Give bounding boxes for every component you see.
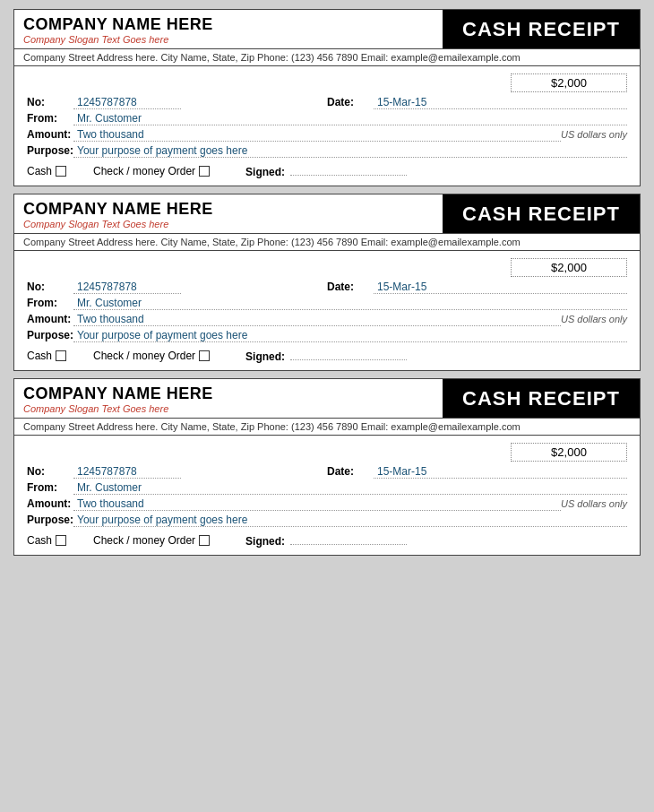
- amount-row: $2,000: [27, 73, 627, 92]
- purpose-label: Purpose:: [27, 329, 73, 341]
- no-label: No:: [27, 465, 73, 478]
- cash-checkbox[interactable]: [56, 535, 66, 546]
- receipt-header: COMPANY NAME HERE Company Slogan Text Go…: [14, 10, 640, 49]
- amount-note: US dollars only: [561, 129, 627, 140]
- purpose-value: Your purpose of payment goes here: [73, 514, 627, 527]
- cash-checkbox-label[interactable]: Cash: [27, 350, 66, 362]
- amount-note: US dollars only: [561, 314, 627, 324]
- cash-receipt-box: CASH RECEIPT: [443, 194, 640, 233]
- from-value: Mr. Customer: [73, 481, 627, 495]
- signed-line: [290, 163, 407, 176]
- company-name: COMPANY NAME HERE: [23, 200, 434, 219]
- amount-label: Amount:: [27, 313, 73, 325]
- receipt-header: COMPANY NAME HERE Company Slogan Text Go…: [14, 379, 640, 419]
- from-value: Mr. Customer: [73, 112, 627, 125]
- signed-line: [290, 348, 407, 360]
- check-checkbox[interactable]: [199, 166, 210, 177]
- amount-text-value: Two thousand: [73, 128, 561, 142]
- receipt-body: $2,000 No: 1245787878 Date: 15-Mar-15 Fr…: [14, 251, 640, 370]
- no-value: 1245787878: [73, 96, 181, 109]
- cash-receipt-title: CASH RECEIPT: [462, 203, 620, 226]
- amount-label: Amount:: [27, 128, 73, 141]
- amount-row: $2,000: [27, 443, 627, 462]
- purpose-label: Purpose:: [27, 144, 73, 157]
- cash-checkbox-label[interactable]: Cash: [27, 165, 66, 177]
- no-section: No: 1245787878: [27, 96, 327, 109]
- no-value: 1245787878: [73, 281, 181, 294]
- company-info: COMPANY NAME HERE Company Slogan Text Go…: [14, 10, 443, 48]
- signed-label: Signed:: [245, 166, 285, 178]
- amount-text-value: Two thousand: [73, 497, 561, 511]
- amount-text-value: Two thousand: [73, 313, 561, 326]
- payment-row: Cash Check / money Order Signed:: [27, 163, 627, 178]
- cash-checkbox[interactable]: [56, 166, 66, 177]
- date-label: Date:: [327, 465, 374, 478]
- no-label: No:: [27, 281, 73, 293]
- no-section: No: 1245787878: [27, 281, 327, 294]
- company-slogan: Company Slogan Text Goes here: [23, 34, 434, 45]
- purpose-value: Your purpose of payment goes here: [73, 144, 627, 158]
- signed-section: Signed:: [245, 163, 407, 178]
- check-checkbox[interactable]: [199, 535, 210, 546]
- no-label: No:: [27, 96, 73, 108]
- cash-receipt-box: CASH RECEIPT: [443, 379, 640, 418]
- from-label: From:: [27, 297, 73, 309]
- cash-label-text: Cash: [27, 165, 52, 177]
- from-value: Mr. Customer: [73, 297, 627, 310]
- company-info: COMPANY NAME HERE Company Slogan Text Go…: [14, 194, 443, 233]
- from-row: From: Mr. Customer: [27, 297, 627, 310]
- check-checkbox[interactable]: [199, 350, 210, 361]
- amount-text-row: Amount: Two thousand US dollars only: [27, 497, 627, 511]
- receipt-header: COMPANY NAME HERE Company Slogan Text Go…: [14, 194, 640, 234]
- no-date-row: No: 1245787878 Date: 15-Mar-15: [27, 96, 627, 109]
- receipt-3: COMPANY NAME HERE Company Slogan Text Go…: [13, 378, 641, 556]
- amount-text-row: Amount: Two thousand US dollars only: [27, 128, 627, 142]
- no-value: 1245787878: [73, 465, 181, 479]
- check-checkbox-label[interactable]: Check / money Order: [93, 165, 210, 177]
- purpose-value: Your purpose of payment goes here: [73, 329, 627, 342]
- receipt-body: $2,000 No: 1245787878 Date: 15-Mar-15 Fr…: [14, 66, 640, 186]
- cash-label-text: Cash: [27, 534, 52, 547]
- no-section: No: 1245787878: [27, 465, 327, 479]
- purpose-row: Purpose: Your purpose of payment goes he…: [27, 329, 627, 342]
- payment-row: Cash Check / money Order Signed:: [27, 348, 627, 363]
- from-row: From: Mr. Customer: [27, 481, 627, 495]
- cash-receipt-title: CASH RECEIPT: [462, 18, 620, 41]
- cash-checkbox[interactable]: [56, 350, 66, 361]
- signed-label: Signed:: [245, 535, 285, 548]
- check-label-text: Check / money Order: [93, 534, 195, 547]
- payment-row: Cash Check / money Order Signed:: [27, 532, 627, 548]
- company-slogan: Company Slogan Text Goes here: [23, 403, 434, 414]
- check-checkbox-label[interactable]: Check / money Order: [93, 350, 210, 362]
- cash-checkbox-label[interactable]: Cash: [27, 534, 66, 547]
- signed-section: Signed:: [245, 348, 407, 363]
- from-label: From:: [27, 112, 73, 125]
- company-name: COMPANY NAME HERE: [23, 384, 434, 403]
- company-slogan: Company Slogan Text Goes here: [23, 219, 434, 229]
- address-bar: Company Street Address here. City Name, …: [14, 419, 640, 436]
- check-checkbox-label[interactable]: Check / money Order: [93, 534, 210, 547]
- cash-receipt-box: CASH RECEIPT: [443, 10, 640, 48]
- amount-box: $2,000: [511, 73, 627, 92]
- purpose-row: Purpose: Your purpose of payment goes he…: [27, 514, 627, 527]
- cash-label-text: Cash: [27, 350, 52, 362]
- check-label-text: Check / money Order: [93, 165, 195, 177]
- company-name: COMPANY NAME HERE: [23, 15, 434, 34]
- date-value: 15-Mar-15: [374, 281, 627, 294]
- from-row: From: Mr. Customer: [27, 112, 627, 125]
- from-label: From:: [27, 481, 73, 494]
- check-label-text: Check / money Order: [93, 350, 195, 362]
- signed-label: Signed:: [245, 350, 285, 363]
- cash-receipt-title: CASH RECEIPT: [462, 387, 620, 410]
- signed-line: [290, 532, 407, 545]
- purpose-label: Purpose:: [27, 514, 73, 526]
- receipt-1: COMPANY NAME HERE Company Slogan Text Go…: [13, 9, 641, 186]
- date-section: Date: 15-Mar-15: [327, 281, 627, 294]
- date-value: 15-Mar-15: [374, 465, 627, 479]
- amount-text-row: Amount: Two thousand US dollars only: [27, 313, 627, 326]
- amount-row: $2,000: [27, 258, 627, 277]
- address-bar: Company Street Address here. City Name, …: [14, 49, 640, 66]
- no-date-row: No: 1245787878 Date: 15-Mar-15: [27, 281, 627, 294]
- receipt-2: COMPANY NAME HERE Company Slogan Text Go…: [13, 194, 641, 371]
- address-bar: Company Street Address here. City Name, …: [14, 234, 640, 251]
